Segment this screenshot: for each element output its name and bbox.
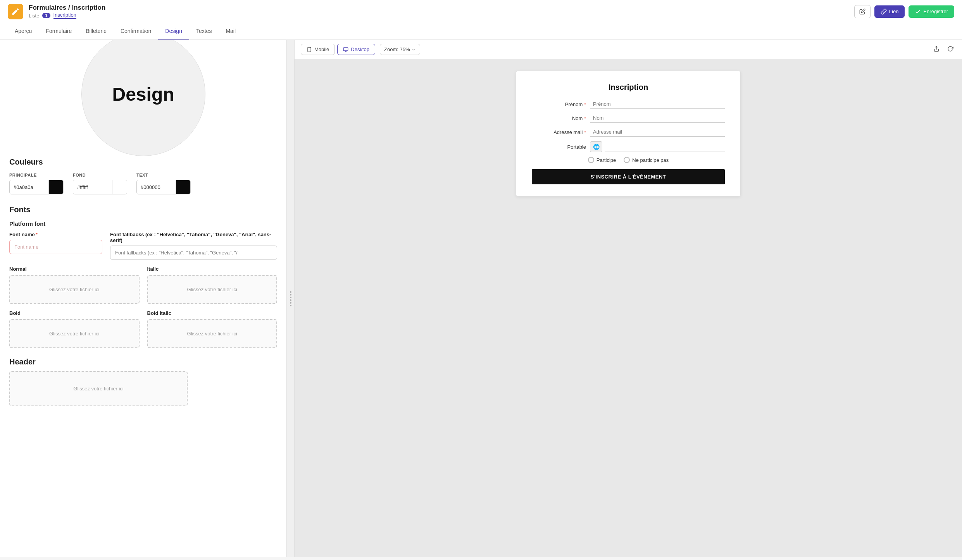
phone-row: 🌐 [590, 141, 725, 152]
font-fallbacks-field: Font fallbacks (ex : "Helvetica", "Tahom… [110, 232, 277, 260]
nav-tabs: Aperçu Formulaire Billeterie Confirmatio… [0, 23, 962, 40]
resizer-dot [290, 302, 291, 304]
font-italic-col: Italic Glissez votre fichier ici [147, 266, 278, 304]
zoom-select[interactable]: Zoom: 75% [380, 44, 420, 55]
font-bold-drop-zone[interactable]: Glissez votre fichier ici [9, 319, 140, 348]
platform-font-title: Platform font [9, 220, 277, 227]
mobile-btn[interactable]: Mobile [301, 44, 335, 55]
form-preview-card: Inscription Prénom * Nom * [516, 71, 741, 196]
form-label-nom: Nom * [532, 115, 586, 121]
color-text-label: TEXT [136, 173, 191, 177]
refresh-button[interactable] [945, 43, 956, 56]
svg-rect-2 [343, 47, 348, 50]
radio-participe[interactable]: Participe [588, 157, 616, 163]
form-input-nom[interactable] [590, 113, 725, 123]
phone-flag[interactable]: 🌐 [590, 141, 602, 152]
font-bold-italic-col: Bold Italic Glissez votre fichier ici [147, 310, 278, 348]
breadcrumb-subtitle: Liste 1 Inscription [29, 12, 105, 19]
form-row-portable: Portable 🌐 [532, 141, 725, 152]
font-normal-italic-row: Normal Glissez votre fichier ici Italic … [9, 266, 277, 304]
color-fond-input[interactable] [73, 180, 112, 194]
font-fallbacks-label: Font fallbacks (ex : "Helvetica", "Tahom… [110, 232, 277, 243]
color-principale-input-row [9, 180, 64, 194]
color-principale-input[interactable] [10, 180, 48, 194]
font-name-label: Font name* [9, 232, 102, 237]
resizer-dot [290, 299, 291, 301]
zoom-label: Zoom: 75% [384, 46, 410, 52]
tab-apercu[interactable]: Aperçu [8, 23, 39, 40]
radio-ne-participe-pas[interactable]: Ne participe pas [624, 157, 669, 163]
lien-button[interactable]: Lien [874, 5, 905, 18]
form-input-prenom[interactable] [590, 100, 725, 109]
tab-design[interactable]: Design [158, 23, 189, 40]
enregistrer-button[interactable]: Enregistrer [909, 5, 954, 18]
preview-actions [931, 43, 956, 56]
color-fond-swatch[interactable] [112, 180, 127, 194]
lien-label: Lien [889, 9, 899, 14]
pencil-icon [11, 7, 20, 16]
chevron-down-icon [411, 47, 416, 52]
main-layout: Design Couleurs PRINCIPALE FOND [0, 40, 962, 557]
edit-button[interactable] [854, 5, 871, 18]
resizer-dot [290, 305, 291, 306]
mobile-label: Mobile [314, 46, 329, 52]
color-text-swatch[interactable] [176, 180, 190, 194]
font-bold-bolditalic-row: Bold Glissez votre fichier ici Bold Ital… [9, 310, 277, 348]
breadcrumb-badge: 1 [42, 13, 50, 18]
radio-circle-participe [588, 157, 594, 163]
form-row-nom: Nom * [532, 113, 725, 123]
tab-textes[interactable]: Textes [189, 23, 219, 40]
form-input-email[interactable] [590, 127, 725, 137]
color-text-input[interactable] [137, 180, 176, 194]
resizer-dot [290, 291, 291, 293]
font-name-input[interactable] [9, 240, 102, 254]
desktop-icon [343, 47, 348, 52]
desktop-btn[interactable]: Desktop [337, 44, 375, 55]
edit-icon [859, 9, 865, 15]
tab-mail[interactable]: Mail [219, 23, 243, 40]
form-row-prenom: Prénom * [532, 100, 725, 109]
font-normal-drop-zone[interactable]: Glissez votre fichier ici [9, 275, 140, 304]
font-name-field: Font name* [9, 232, 102, 260]
color-principale: PRINCIPALE [9, 173, 64, 194]
color-principale-label: PRINCIPALE [9, 173, 64, 177]
desktop-label: Desktop [351, 46, 369, 52]
breadcrumb-current[interactable]: Inscription [53, 12, 76, 19]
svg-rect-0 [308, 47, 311, 52]
panel-resizer[interactable] [287, 40, 295, 557]
design-panel: Design Couleurs PRINCIPALE FOND [0, 40, 287, 557]
tab-billeterie[interactable]: Billeterie [79, 23, 114, 40]
font-bold-italic-label: Bold Italic [147, 310, 278, 316]
font-bold-label: Bold [9, 310, 140, 316]
font-fallbacks-input[interactable] [110, 246, 277, 260]
phone-input[interactable] [605, 142, 725, 151]
form-label-portable: Portable [532, 144, 586, 150]
design-tooltip-text: Design [112, 84, 174, 105]
form-label-email: Adresse mail * [532, 129, 586, 135]
breadcrumb: Formulaires / Inscription Liste 1 Inscri… [29, 4, 105, 19]
share-button[interactable] [931, 43, 942, 56]
resizer-handle [290, 291, 291, 306]
tab-confirmation[interactable]: Confirmation [114, 23, 158, 40]
save-icon [915, 9, 921, 15]
link-icon [881, 9, 887, 15]
colors-section: Couleurs PRINCIPALE FOND [9, 158, 277, 194]
form-preview-title: Inscription [532, 83, 725, 92]
submit-button[interactable]: S'INSCRIRE À L'ÉVÉNEMENT [532, 169, 725, 184]
preview-panel: Mobile Desktop Zoom: 75% [295, 40, 962, 557]
radio-label-ne-participe-pas: Ne participe pas [632, 157, 669, 163]
form-label-prenom: Prénom * [532, 101, 586, 107]
refresh-icon [947, 46, 953, 52]
breadcrumb-list: Liste [29, 13, 39, 19]
color-text-input-row [136, 180, 191, 194]
tab-formulaire[interactable]: Formulaire [39, 23, 79, 40]
radio-row: Participe Ne participe pas [532, 157, 725, 163]
color-principale-swatch[interactable] [48, 180, 63, 194]
font-normal-label: Normal [9, 266, 140, 272]
header-section: Header Glissez votre fichier ici [9, 357, 277, 406]
font-italic-drop-zone[interactable]: Glissez votre fichier ici [147, 275, 278, 304]
enregistrer-label: Enregistrer [923, 9, 948, 14]
colors-title: Couleurs [9, 158, 277, 167]
header-drop-zone[interactable]: Glissez votre fichier ici [9, 371, 188, 406]
font-bold-italic-drop-zone[interactable]: Glissez votre fichier ici [147, 319, 278, 348]
